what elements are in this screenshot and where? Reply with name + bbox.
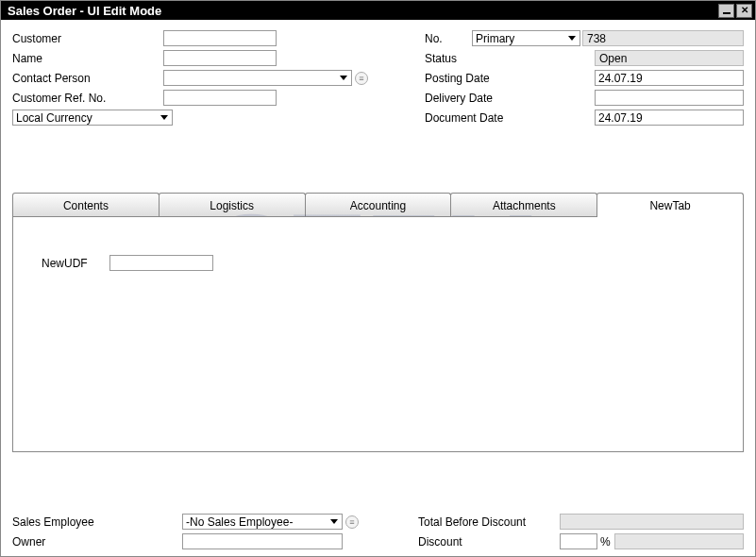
name-label: Name — [12, 52, 163, 65]
discount-label: Discount — [418, 535, 560, 549]
minimize-button[interactable] — [718, 4, 734, 18]
status-value: Open — [595, 50, 744, 66]
customer-input[interactable] — [163, 30, 277, 46]
status-label: Status — [425, 52, 595, 65]
owner-label: Owner — [12, 535, 182, 549]
discount-pct-input[interactable] — [560, 533, 597, 549]
no-type-combo[interactable]: Primary — [472, 30, 580, 46]
name-input[interactable] — [163, 50, 277, 66]
tab-contents[interactable]: Contents — [12, 193, 160, 217]
tab-panel-newtab: NewUDF — [12, 216, 744, 452]
posting-date-label: Posting Date — [425, 72, 595, 85]
custref-label: Customer Ref. No. — [12, 92, 163, 105]
tabbar: Contents Logistics Accounting Attachment… — [12, 193, 744, 217]
caret-down-icon — [159, 112, 170, 123]
customer-ref-input[interactable] — [163, 90, 277, 106]
tab-accounting[interactable]: Accounting — [305, 193, 452, 217]
document-date-label: Document Date — [425, 111, 595, 125]
tab-attachments[interactable]: Attachments — [450, 193, 597, 217]
customer-label: Customer — [12, 32, 163, 45]
percent-symbol: % — [600, 535, 611, 549]
sales-order-window: Sales Order - UI Edit Mode STEM ® www.st… — [0, 0, 756, 557]
total-before-discount-label: Total Before Discount — [418, 515, 560, 529]
delivery-date-input[interactable] — [595, 90, 744, 106]
newudf-input[interactable] — [109, 255, 213, 271]
contact-link-icon[interactable]: ≡ — [355, 72, 368, 85]
no-value: 738 — [582, 30, 744, 46]
tab-logistics[interactable]: Logistics — [159, 193, 306, 217]
sales-employee-link-icon[interactable]: ≡ — [345, 515, 359, 529]
total-before-discount-value — [560, 514, 744, 530]
no-label: No. — [425, 32, 472, 45]
close-button[interactable] — [736, 4, 752, 18]
window-title: Sales Order - UI Edit Mode — [4, 4, 716, 18]
newudf-label: NewUDF — [42, 257, 98, 270]
sales-employee-label: Sales Employee — [12, 515, 182, 529]
caret-down-icon — [328, 516, 340, 527]
document-date-input[interactable] — [595, 110, 744, 126]
sales-employee-combo[interactable]: -No Sales Employee- — [182, 514, 343, 530]
discount-amount-value — [614, 533, 744, 549]
caret-down-icon — [338, 73, 349, 83]
owner-input[interactable] — [182, 533, 343, 549]
titlebar: Sales Order - UI Edit Mode — [1, 1, 755, 20]
delivery-date-label: Delivery Date — [425, 92, 595, 105]
caret-down-icon — [566, 33, 578, 43]
currency-combo[interactable]: Local Currency — [12, 110, 173, 126]
contact-person-combo[interactable] — [163, 70, 352, 86]
contact-label: Contact Person — [12, 72, 163, 85]
posting-date-input[interactable] — [595, 70, 744, 86]
tab-newtab[interactable]: NewTab — [596, 193, 744, 217]
